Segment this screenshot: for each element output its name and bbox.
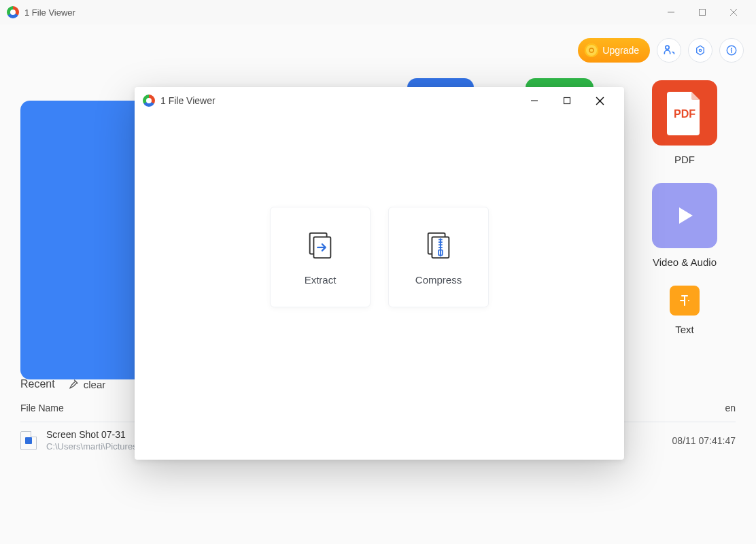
category-pdf-label: PDF	[674, 154, 695, 165]
upgrade-label: Upgrade	[602, 45, 639, 56]
dialog-minimize-button[interactable]	[518, 87, 551, 114]
file-icon	[20, 431, 37, 450]
category-text-label: Text	[675, 324, 694, 335]
main-titlebar: 1 File Viewer	[0, 0, 756, 24]
category-video-audio[interactable]: Video & Audio	[652, 183, 717, 268]
svg-point-10	[680, 300, 681, 301]
compress-icon	[423, 229, 454, 260]
clear-label: clear	[84, 379, 106, 390]
extract-action[interactable]: Extract	[270, 207, 371, 307]
settings-button[interactable]	[688, 38, 712, 63]
category-column: PDF PDF Video & Audio Text	[634, 80, 736, 335]
support-button[interactable]	[657, 38, 681, 63]
dialog-close-button[interactable]	[583, 87, 616, 114]
extract-icon	[305, 229, 336, 260]
play-icon	[652, 183, 717, 248]
pdf-icon: PDF	[652, 80, 717, 146]
compress-label: Compress	[415, 274, 462, 286]
dialog-title: 1 File Viewer	[160, 95, 518, 106]
broom-icon	[67, 378, 80, 390]
svg-text:PDF: PDF	[674, 108, 695, 120]
upgrade-button[interactable]: Upgrade	[578, 38, 650, 63]
dialog-app-logo-icon	[143, 95, 155, 107]
window-title: 1 File Viewer	[24, 7, 655, 18]
dialog-maximize-button[interactable]	[551, 87, 583, 114]
minimize-button[interactable]	[655, 0, 687, 24]
category-text[interactable]: Text	[670, 286, 700, 335]
coin-icon	[585, 44, 598, 57]
info-button[interactable]	[719, 38, 744, 63]
compress-action[interactable]: Compress	[388, 207, 489, 307]
svg-point-5	[666, 46, 669, 49]
svg-marker-6	[697, 46, 704, 55]
close-button[interactable]	[718, 0, 749, 24]
text-icon	[670, 286, 700, 316]
svg-point-4	[589, 48, 594, 52]
svg-rect-1	[700, 10, 706, 16]
svg-point-7	[699, 49, 701, 51]
extract-label: Extract	[305, 274, 337, 286]
clear-recent-button[interactable]: clear	[67, 378, 106, 390]
maximize-button[interactable]	[687, 0, 718, 24]
app-logo-icon	[7, 6, 19, 18]
svg-point-11	[688, 300, 689, 301]
category-pdf[interactable]: PDF PDF	[652, 80, 717, 165]
archive-dialog: 1 File Viewer Extract Compress	[135, 87, 624, 460]
svg-rect-13	[564, 98, 570, 104]
dialog-titlebar: 1 File Viewer	[135, 87, 624, 114]
recent-title: Recent	[20, 378, 55, 390]
top-right-controls: Upgrade	[578, 38, 744, 63]
category-video-audio-label: Video & Audio	[653, 256, 717, 268]
